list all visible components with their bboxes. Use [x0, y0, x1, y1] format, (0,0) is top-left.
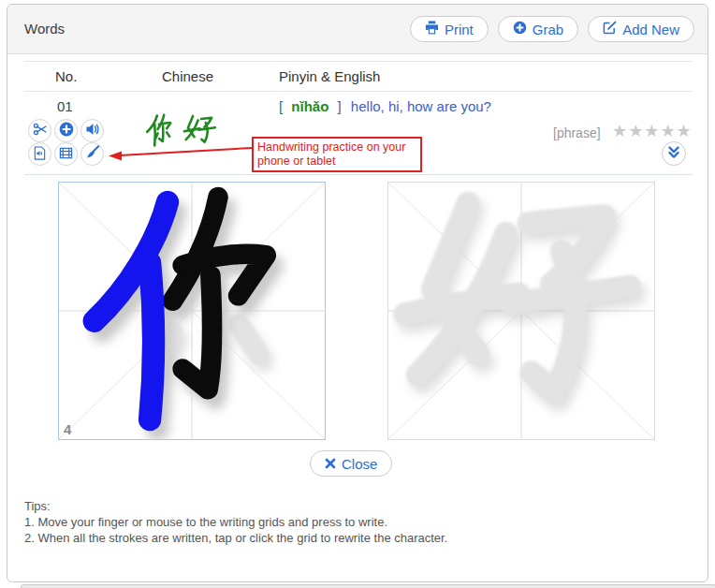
tips-title: Tips:	[24, 498, 447, 514]
row-divider	[24, 174, 693, 175]
handwriting-button[interactable]	[80, 142, 104, 166]
print-button[interactable]: Print	[410, 16, 489, 42]
grab-button[interactable]: Grab	[498, 16, 578, 42]
panel-header: Words Print	[7, 5, 708, 54]
table-header-divider	[24, 91, 693, 92]
header-buttons: Print Grab	[410, 16, 694, 42]
audio-button[interactable]	[80, 119, 104, 142]
annotation-callout: Handwriting practice on your phone or ta…	[252, 137, 422, 172]
english-definition[interactable]: hello, hi, how are you?	[351, 98, 491, 114]
column-header-no: No.	[55, 68, 77, 84]
cut-button[interactable]	[28, 119, 51, 142]
next-panel-edge	[21, 584, 715, 588]
writing-grid-hao[interactable]	[387, 182, 655, 440]
pinyin-text[interactable]: nǐhǎo	[291, 98, 328, 114]
writing-grid-hao-canvas	[388, 183, 654, 439]
close-button-label: Close	[342, 456, 377, 472]
plus-circle-icon	[59, 122, 74, 140]
annotation-line1: Handwriting practice on your	[257, 140, 416, 154]
add-to-list-button[interactable]	[54, 119, 78, 142]
audio-file-icon	[33, 146, 47, 163]
column-header-chinese: Chinese	[162, 68, 213, 84]
word-type-badge: [phrase]	[553, 125, 601, 140]
stroke-count: 4	[64, 421, 71, 437]
bracket-close: ]	[338, 98, 342, 114]
page-title: Words	[24, 21, 65, 37]
grab-button-label: Grab	[533, 22, 563, 37]
film-strip-icon	[59, 146, 73, 163]
add-new-button[interactable]: Add New	[588, 16, 694, 42]
words-panel: Words Print	[7, 4, 708, 582]
double-chevron-down-icon	[664, 142, 684, 166]
writing-grid-ni-canvas	[59, 183, 325, 439]
brush-icon	[85, 145, 100, 163]
tips-line1: 1. Move your finger or mouse to the writ…	[24, 514, 447, 530]
audio-file-button[interactable]	[28, 142, 51, 166]
pinyin-english: [ nǐhǎo ] hello, hi, how are you?	[279, 98, 491, 114]
add-new-button-label: Add New	[622, 22, 679, 37]
print-icon	[425, 21, 439, 37]
print-button-label: Print	[445, 22, 474, 37]
star-rating[interactable]: ★★★★★	[612, 121, 693, 141]
column-header-pinyin-english: Pinyin & English	[279, 68, 380, 84]
close-button[interactable]: Close	[310, 450, 392, 477]
stroke-animation-button[interactable]	[54, 142, 78, 166]
scissors-icon	[33, 122, 48, 140]
tips-line2: 2. When all the strokes are written, tap…	[24, 530, 447, 546]
annotation-line2: phone or tablet	[257, 154, 416, 169]
table-top-divider	[24, 61, 693, 62]
row-number: 01	[57, 98, 73, 114]
annotation-arrow	[107, 141, 255, 162]
edit-square-icon	[603, 21, 617, 37]
writing-grid-ni[interactable]: 4	[58, 182, 326, 440]
collapse-button[interactable]	[662, 141, 686, 166]
plus-circle-icon	[513, 21, 527, 37]
tips-block: Tips: 1. Move your finger or mouse to th…	[24, 498, 447, 546]
speaker-icon	[85, 122, 100, 140]
close-icon	[325, 456, 336, 472]
bracket-open: [	[279, 98, 283, 114]
